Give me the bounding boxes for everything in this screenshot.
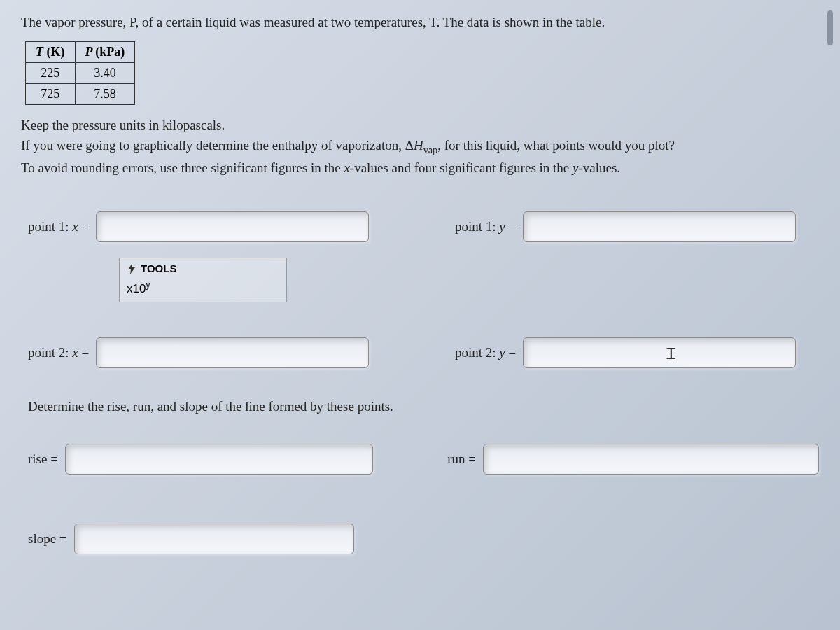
instructions: Keep the pressure units in kilopascals. …	[21, 115, 819, 178]
intro-text: The vapor pressure, P, of a certain liqu…	[21, 15, 605, 29]
point1-y-label: point 1: y =	[455, 219, 516, 234]
slope-input[interactable]	[74, 524, 354, 554]
data-table: T (K) P (kPa) 225 3.40 725 7.58	[25, 41, 135, 105]
slope-label: slope =	[28, 531, 67, 547]
instr-line2a: If you were going to graphically determi…	[21, 138, 414, 153]
question-intro: The vapor pressure, P, of a certain liqu…	[21, 13, 819, 33]
rise-label: rise =	[28, 451, 58, 467]
section-rise-run-slope: Determine the rise, run, and slope of th…	[28, 399, 819, 414]
rise-run-section: rise = run = slope =	[28, 444, 819, 554]
table-row: 225 3.40	[26, 62, 135, 83]
instr-h: H	[414, 138, 424, 153]
point2-y-input[interactable]	[523, 337, 796, 368]
header-t: T (K)	[26, 41, 76, 62]
bolt-icon	[127, 263, 136, 274]
point2-row: point 2: x = point 2: y =	[28, 337, 819, 368]
tools-sci-notation-button[interactable]: x10y	[120, 279, 286, 302]
instr-line3c: -values.	[578, 160, 620, 175]
tools-header: TOOLS	[120, 258, 286, 279]
run-label: run =	[447, 451, 476, 467]
instr-line2b: , for this liquid, what points would you…	[438, 138, 675, 153]
point1-x-input[interactable]	[96, 211, 369, 242]
run-input[interactable]	[483, 444, 819, 475]
cell-t1: 225	[26, 62, 76, 83]
tools-title: TOOLS	[141, 262, 176, 274]
point1-row: point 1: x = point 1: y =	[28, 211, 819, 242]
cell-t2: 725	[26, 83, 76, 104]
points-section: point 1: x = point 1: y = TOOLS x10y poi…	[28, 211, 819, 368]
point2-x-label: point 2: x =	[28, 345, 89, 360]
cell-p2: 7.58	[75, 83, 135, 104]
instr-sub: vap	[424, 144, 438, 155]
rise-run-row: rise = run =	[28, 444, 819, 475]
table-header-row: T (K) P (kPa)	[26, 41, 135, 62]
point2-y-label: point 2: y =	[455, 345, 516, 360]
cell-p1: 3.40	[75, 62, 135, 83]
point1-y-input[interactable]	[523, 211, 796, 242]
instr-x: x	[344, 160, 349, 175]
table-row: 725 7.58	[26, 83, 135, 104]
slope-row: slope =	[28, 524, 819, 554]
tools-panel: TOOLS x10y	[119, 258, 287, 302]
header-p: P (kPa)	[75, 41, 135, 62]
point2-x-input[interactable]	[96, 337, 369, 368]
rise-input[interactable]	[65, 444, 373, 475]
instr-line3a: To avoid rounding errors, use three sign…	[21, 160, 344, 175]
instr-line1: Keep the pressure units in kilopascals.	[21, 118, 225, 132]
instr-line3b: -values and four significant figures in …	[350, 160, 573, 175]
point1-x-label: point 1: x =	[28, 219, 89, 234]
